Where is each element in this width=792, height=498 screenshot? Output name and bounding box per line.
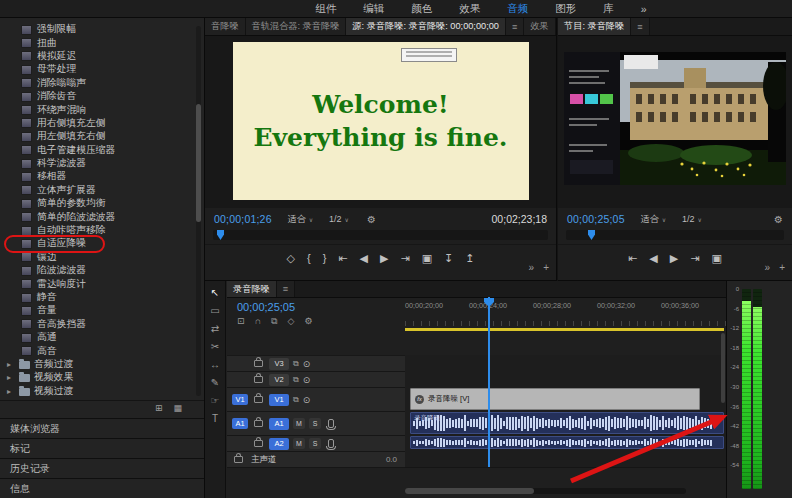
sync-lock-icon[interactable]: ⧉ <box>293 359 299 369</box>
play-icon[interactable]: ▶ <box>380 252 388 265</box>
button-editor-icon[interactable]: + <box>543 262 549 273</box>
lock-icon[interactable] <box>254 360 263 367</box>
track-button-v3[interactable]: V3 <box>269 358 289 370</box>
export-frame-icon[interactable]: ▣ <box>711 252 721 265</box>
source-patch-a1[interactable]: A1 <box>232 418 248 429</box>
effect-item[interactable]: 音量 <box>0 304 204 317</box>
toggle-track-output-icon[interactable]: ⊙ <box>303 395 311 405</box>
overwrite-icon[interactable]: ↥ <box>465 252 474 265</box>
snap-icon[interactable]: ∩ <box>255 316 261 327</box>
effect-item[interactable]: 音高换挡器 <box>0 318 204 331</box>
settings-icon[interactable]: ⚙ <box>304 316 312 327</box>
current-timecode[interactable]: 00;00;01;26 <box>214 213 272 225</box>
nest-icon[interactable]: ⊡ <box>237 316 245 327</box>
effect-folder[interactable]: ▸ 视频效果 <box>0 371 204 384</box>
lock-icon[interactable] <box>254 420 263 427</box>
audio-clip-a1[interactable]: 录音降噪 <box>410 412 724 434</box>
monitor-tab[interactable]: 音轨混合器: 录音降噪 <box>246 18 347 35</box>
settings-icon[interactable]: ⚙ <box>774 214 783 225</box>
solo-button[interactable]: S <box>309 438 321 449</box>
go-to-in-icon[interactable]: ⇤ <box>628 252 637 265</box>
current-timecode[interactable]: 00;00;25;05 <box>567 213 625 225</box>
solo-button[interactable]: S <box>309 418 321 429</box>
fit-dropdown[interactable]: 适合 <box>288 213 306 226</box>
panel-tab[interactable]: 标记 <box>0 438 204 458</box>
play-icon[interactable]: ▶ <box>670 252 678 265</box>
effect-item[interactable]: 环绕声混响 <box>0 103 204 116</box>
chevron-right-icon[interactable]: ▸ <box>7 387 15 396</box>
settings-icon[interactable]: ⚙ <box>367 214 376 225</box>
workspace-tab[interactable]: 音频 <box>507 2 528 16</box>
scrollbar-vertical[interactable] <box>196 26 201 396</box>
chevron-right-icon[interactable]: ▸ <box>7 360 15 369</box>
panel-tab[interactable]: 媒体浏览器 <box>0 418 204 438</box>
track-button-a1[interactable]: A1 <box>269 418 289 430</box>
source-patch-v1[interactable]: V1 <box>232 394 248 405</box>
panel-menu-icon[interactable]: ≡ <box>631 18 649 35</box>
track-lane-v2[interactable] <box>405 371 726 388</box>
sequence-tab[interactable]: 录音降噪 <box>227 281 277 297</box>
hand-tool-icon[interactable]: ☞ <box>211 396 220 406</box>
source-scrubber[interactable] <box>213 230 548 240</box>
effect-item[interactable]: 消除齿音 <box>0 90 204 103</box>
effect-item[interactable]: 简单的陷波滤波器 <box>0 210 204 223</box>
source-video-area[interactable]: Welcome! Everything is fine. <box>205 36 556 208</box>
effect-item[interactable]: 用左侧填充右侧 <box>0 130 204 143</box>
workspace-tab[interactable]: 库 <box>603 2 614 16</box>
slip-tool-icon[interactable]: ↔ <box>210 360 220 370</box>
effect-item[interactable]: 立体声扩展器 <box>0 184 204 197</box>
track-lane-master[interactable] <box>405 451 726 468</box>
effect-item[interactable]: 科学滤波器 <box>0 157 204 170</box>
effect-item[interactable]: 高通 <box>0 331 204 344</box>
track-lane-v3[interactable] <box>405 355 726 372</box>
effect-folder[interactable]: ▸ 音频过渡 <box>0 358 204 371</box>
resolution-dropdown[interactable]: 1/2 <box>682 214 695 224</box>
monitor-tab[interactable]: 效果 <box>524 18 555 35</box>
source-patch-empty[interactable] <box>232 438 248 449</box>
scrollbar-thumb[interactable] <box>196 104 201 222</box>
source-patch-empty[interactable] <box>232 358 248 369</box>
effect-folder[interactable]: ▸ 视频过渡 <box>0 385 204 398</box>
lock-icon[interactable] <box>254 440 263 447</box>
monitor-tab[interactable]: 音降噪 <box>205 18 246 35</box>
panel-tab[interactable]: 历史记录 <box>0 458 204 478</box>
workspace-tab[interactable]: 编辑 <box>363 2 384 16</box>
effect-item[interactable]: 母带处理 <box>0 63 204 76</box>
go-to-in-icon[interactable]: ⇤ <box>338 252 347 265</box>
resolution-dropdown[interactable]: 1/2 <box>329 214 342 224</box>
lock-icon[interactable] <box>254 396 263 403</box>
effect-item[interactable]: 用右侧填充左侧 <box>0 117 204 130</box>
source-patch-empty[interactable] <box>232 374 248 385</box>
effect-item[interactable]: 电子管建模压缩器 <box>0 144 204 157</box>
ripple-edit-tool-icon[interactable]: ⇄ <box>211 324 219 334</box>
scrubber-playhead[interactable] <box>588 230 595 240</box>
sync-lock-icon[interactable]: ⧉ <box>293 395 299 405</box>
selection-tool-icon[interactable]: ↖ <box>211 288 219 298</box>
scrollbar-thumb[interactable] <box>405 488 534 494</box>
add-marker-icon[interactable]: ◇ <box>287 316 294 327</box>
step-back-icon[interactable]: ◀ <box>649 252 657 265</box>
track-button-a2[interactable]: A2 <box>269 438 289 450</box>
razor-tool-icon[interactable]: ✂ <box>211 342 219 352</box>
button-overflow-icon[interactable]: » <box>529 262 535 273</box>
effect-item[interactable]: 扭曲 <box>0 36 204 49</box>
master-volume-value[interactable]: 0.0 <box>386 455 397 464</box>
workspace-tab[interactable]: 图形 <box>555 2 576 16</box>
workspace-overflow-icon[interactable]: » <box>641 3 647 15</box>
effect-item[interactable]: 简单的参数均衡 <box>0 197 204 210</box>
mark-out-icon[interactable]: } <box>323 252 327 264</box>
step-back-icon[interactable]: ◀ <box>360 252 368 265</box>
button-editor-icon[interactable]: + <box>779 262 785 273</box>
effect-item[interactable]: 模拟延迟 <box>0 50 204 63</box>
go-to-out-icon[interactable]: ⇥ <box>690 252 699 265</box>
mic-icon[interactable] <box>328 419 334 428</box>
add-marker-icon[interactable]: ◇ <box>286 252 294 265</box>
scrollbar-vertical[interactable] <box>721 333 725 403</box>
effect-item[interactable]: 移相器 <box>0 170 204 183</box>
monitor-tab[interactable]: 节目: 录音降噪 <box>558 18 631 35</box>
scrubber-playhead[interactable] <box>217 230 224 240</box>
chevron-right-icon[interactable]: ▸ <box>7 373 15 382</box>
effect-item[interactable]: 静音 <box>0 291 204 304</box>
time-ruler[interactable]: 00;00;20;0000;00;24;0000;00;28;0000;00;3… <box>405 297 726 328</box>
program-scrubber[interactable] <box>566 230 784 240</box>
